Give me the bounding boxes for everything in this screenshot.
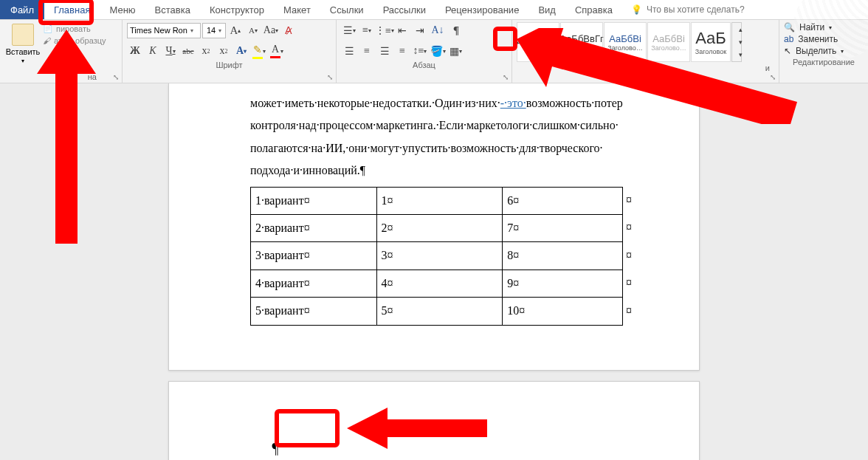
- tab-references[interactable]: Ссылки: [320, 0, 373, 19]
- style-tile-heading2[interactable]: АаБбВіЗаголово…: [647, 22, 690, 62]
- tell-me-search[interactable]: 💡 Что вы хотите сделать?: [631, 0, 745, 19]
- style-tile-nospacing[interactable]: АаБбВвГг¶ Без инте…: [560, 22, 603, 62]
- style-tile-normal[interactable]: АаБбВвГг: [517, 22, 559, 62]
- increase-indent-button[interactable]: ⇥: [412, 22, 428, 38]
- style-tile-title[interactable]: АаБЗаголовок: [691, 22, 731, 62]
- font-color-button[interactable]: A▾: [269, 43, 285, 59]
- group-paragraph: ☰▾ ≡▾ ⋮≡▾ ⇤ ⇥ A↓ ¶ ☰ ≡ ☰ ≡ ↕≡▾ 🪣▾ ▦▾ Абз…: [337, 20, 512, 83]
- subscript-button[interactable]: x2: [198, 43, 214, 59]
- tab-home[interactable]: Главная: [44, 0, 100, 19]
- font-name-value: Times New Ron: [130, 26, 187, 35]
- table-cell[interactable]: 5·вариант¤: [251, 298, 377, 325]
- table-cell[interactable]: 3·вариант¤: [251, 242, 377, 270]
- clipboard-launcher-icon[interactable]: ⤡: [111, 72, 120, 81]
- table-cell[interactable]: 10¤: [503, 298, 623, 325]
- paragraph-line: может·иметь·некоторые·недостатки.·Один·и…: [250, 92, 633, 114]
- chevron-down-icon: ▾: [21, 58, 24, 64]
- find-button[interactable]: 🔍Найти▾: [784, 22, 864, 32]
- table-cell[interactable]: 8¤: [503, 242, 623, 270]
- change-case-button[interactable]: Aa▾: [263, 22, 279, 38]
- replace-icon: ab: [784, 34, 793, 44]
- align-left-button[interactable]: ☰: [341, 43, 357, 59]
- font-name-select[interactable]: Times New Ron▾: [127, 23, 201, 38]
- style-tile-heading1[interactable]: АаБбВіЗаголово…: [604, 22, 647, 62]
- replace-label: Заменить: [798, 34, 838, 44]
- page-2: ¶: [168, 381, 700, 460]
- text-effects-button[interactable]: A▾: [233, 43, 249, 59]
- bold-button[interactable]: Ж: [127, 43, 143, 59]
- select-label: Выделить: [796, 46, 836, 56]
- table-cell[interactable]: 7¤: [503, 214, 623, 241]
- table-row[interactable]: 4·вариант¤4¤9¤¤: [251, 270, 633, 297]
- clear-format-button[interactable]: A̷: [280, 22, 297, 38]
- table-row[interactable]: 2·вариант¤2¤7¤¤: [251, 214, 633, 241]
- italic-button[interactable]: К: [145, 43, 161, 59]
- group-styles: АаБбВвГг АаБбВвГг¶ Без инте… АаБбВіЗагол…: [512, 20, 779, 83]
- tab-help[interactable]: Справка: [565, 0, 622, 19]
- superscript-button[interactable]: x2: [216, 43, 232, 59]
- align-right-button[interactable]: ☰: [376, 43, 393, 59]
- justify-button[interactable]: ≡: [394, 43, 410, 59]
- underline-button[interactable]: Ч▾: [162, 43, 179, 59]
- table-cell[interactable]: 4¤: [376, 270, 503, 297]
- table-cell[interactable]: 4·вариант¤: [251, 270, 377, 297]
- row-end-mark: ¤: [623, 214, 633, 241]
- tab-review[interactable]: Рецензирование: [435, 0, 528, 19]
- replace-button[interactable]: abЗаменить: [784, 34, 864, 44]
- table-cell[interactable]: 9¤: [503, 270, 623, 297]
- sort-button[interactable]: A↓: [430, 22, 446, 38]
- font-size-select[interactable]: 14▾: [202, 23, 226, 38]
- empty-paragraph-mark[interactable]: ¶: [250, 433, 300, 460]
- tab-insert[interactable]: Вставка: [145, 0, 200, 19]
- borders-button[interactable]: ▦▾: [447, 43, 464, 59]
- styles-up-button[interactable]: ▴: [732, 23, 748, 35]
- grow-font-button[interactable]: A▴: [227, 22, 244, 38]
- tab-layout[interactable]: Макет: [274, 0, 320, 19]
- table-cell[interactable]: 6¤: [503, 187, 623, 214]
- tab-mailings[interactable]: Рассылки: [373, 0, 435, 19]
- styles-more-button[interactable]: ▾: [732, 49, 748, 61]
- copy-button[interactable]: 📄 пировать: [43, 24, 106, 33]
- paragraph-line: подхода·и·инноваций.¶: [250, 159, 633, 182]
- format-painter-button[interactable]: 🖌 ат по образцу: [43, 36, 106, 45]
- bullets-button[interactable]: ☰▾: [341, 22, 357, 38]
- table-cell[interactable]: 3¤: [376, 242, 503, 270]
- table-row[interactable]: 5·вариант¤5¤10¤¤: [251, 298, 633, 325]
- table-cell[interactable]: 1¤: [376, 187, 503, 214]
- show-hide-marks-button[interactable]: ¶: [447, 22, 465, 38]
- table-cell[interactable]: 2¤: [376, 214, 503, 241]
- select-button[interactable]: ↖Выделить▾: [784, 46, 864, 56]
- table-row[interactable]: 3·вариант¤3¤8¤¤: [251, 242, 633, 270]
- tab-file[interactable]: Файл: [0, 0, 44, 19]
- tab-menu[interactable]: Меню: [100, 0, 145, 19]
- hyperlink[interactable]: -·это·: [500, 97, 526, 109]
- styles-launcher-icon[interactable]: ⤡: [768, 72, 777, 81]
- tab-design[interactable]: Конструктор: [200, 0, 274, 19]
- row-end-mark: ¤: [623, 187, 633, 214]
- line-spacing-button[interactable]: ↕≡▾: [412, 43, 428, 59]
- strikethrough-button[interactable]: abc: [180, 43, 196, 59]
- paste-button[interactable]: Вставить ▾: [4, 22, 41, 66]
- paragraph-launcher-icon[interactable]: ⤡: [501, 72, 510, 81]
- clipboard-icon: [12, 24, 34, 46]
- cursor-icon: ↖: [784, 46, 791, 56]
- font-launcher-icon[interactable]: ⤡: [326, 72, 334, 81]
- group-font: Times New Ron▾ 14▾ A▴ A▾ Aa▾ A̷ Ж К Ч▾ a…: [123, 20, 337, 83]
- shading-button[interactable]: 🪣▾: [430, 43, 446, 59]
- shrink-font-button[interactable]: A▾: [245, 22, 261, 38]
- row-end-mark: ¤: [623, 298, 633, 325]
- document-body[interactable]: может·иметь·некоторые·недостатки.·Один·и…: [169, 83, 699, 326]
- table-cell[interactable]: 2·вариант¤: [251, 214, 377, 241]
- tab-view[interactable]: Вид: [528, 0, 565, 19]
- document-area[interactable]: может·иметь·некоторые·недостатки.·Один·и…: [0, 83, 868, 460]
- decrease-indent-button[interactable]: ⇤: [394, 22, 410, 38]
- document-table[interactable]: 1·вариант¤1¤6¤¤2·вариант¤2¤7¤¤3·вариант¤…: [250, 187, 633, 326]
- table-cell[interactable]: 1·вариант¤: [251, 187, 377, 214]
- table-cell[interactable]: 5¤: [376, 298, 503, 325]
- table-row[interactable]: 1·вариант¤1¤6¤¤: [251, 187, 633, 214]
- numbering-button[interactable]: ≡▾: [359, 22, 375, 38]
- styles-down-button[interactable]: ▾: [732, 35, 748, 48]
- multilevel-button[interactable]: ⋮≡▾: [376, 22, 393, 38]
- highlight-button[interactable]: ✎▾: [251, 43, 267, 59]
- align-center-button[interactable]: ≡: [359, 43, 375, 59]
